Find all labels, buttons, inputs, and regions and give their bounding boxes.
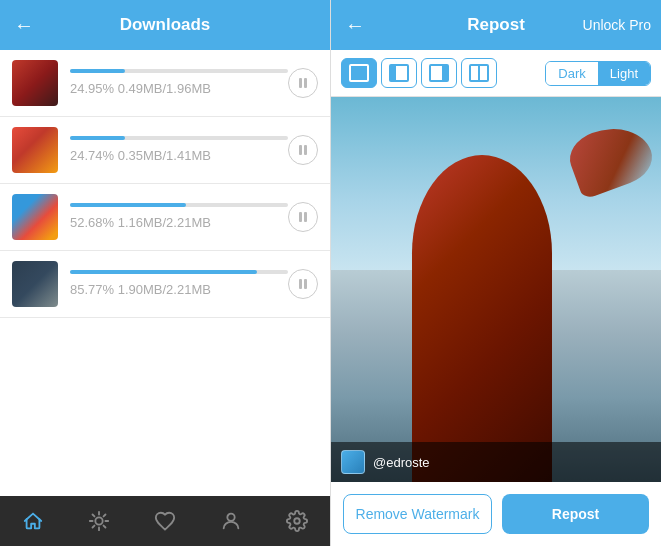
- thumbnail-2: [12, 127, 58, 173]
- frame-1-icon: [349, 63, 369, 83]
- download-info-2: 24.74% 0.35MB/1.41MB: [70, 136, 288, 164]
- nav-settings[interactable]: [277, 501, 317, 541]
- progress-bar-fill-3: [70, 203, 186, 207]
- pause-icon-4: [298, 278, 308, 290]
- nav-profile[interactable]: [211, 501, 251, 541]
- svg-point-18: [294, 518, 300, 524]
- svg-rect-3: [304, 145, 307, 155]
- left-title: Downloads: [120, 15, 211, 35]
- download-text-4: 85.77% 1.90MB/2.21MB: [70, 282, 211, 297]
- frame-4-icon: [469, 63, 489, 83]
- pause-button-4[interactable]: [288, 269, 318, 299]
- svg-rect-6: [299, 279, 302, 289]
- toolbar: Dark Light: [331, 50, 661, 97]
- bottom-nav: [0, 496, 330, 546]
- progress-bar-bg-1: [70, 69, 288, 73]
- right-header: ← Repost Unlock Pro: [331, 0, 661, 50]
- pause-icon-2: [298, 144, 308, 156]
- frame-option-4[interactable]: [461, 58, 497, 88]
- progress-bar-fill-4: [70, 270, 257, 274]
- svg-line-16: [104, 515, 106, 517]
- download-item: 24.95% 0.49MB/1.96MB: [0, 50, 330, 117]
- user-icon: [220, 510, 242, 532]
- unlock-pro-button[interactable]: Unlock Pro: [583, 17, 651, 33]
- svg-line-14: [104, 526, 106, 528]
- nav-favorites[interactable]: [145, 501, 185, 541]
- svg-rect-7: [304, 279, 307, 289]
- left-back-button[interactable]: ←: [14, 14, 34, 37]
- frame-2-icon: [389, 63, 409, 83]
- progress-bar-fill-1: [70, 69, 125, 73]
- image-scene: [331, 97, 661, 482]
- frame-option-2[interactable]: [381, 58, 417, 88]
- right-title: Repost: [467, 15, 525, 35]
- svg-rect-4: [299, 212, 302, 222]
- download-item: 24.74% 0.35MB/1.41MB: [0, 117, 330, 184]
- nav-brightness[interactable]: [79, 501, 119, 541]
- progress-bar-bg-4: [70, 270, 288, 274]
- frame-option-3[interactable]: [421, 58, 457, 88]
- pause-icon-1: [298, 77, 308, 89]
- download-text-3: 52.68% 1.16MB/2.21MB: [70, 215, 211, 230]
- download-item: 85.77% 1.90MB/2.21MB: [0, 251, 330, 318]
- download-info-4: 85.77% 1.90MB/2.21MB: [70, 270, 288, 298]
- download-text-1: 24.95% 0.49MB/1.96MB: [70, 81, 211, 96]
- theme-toggle: Dark Light: [545, 61, 651, 86]
- svg-point-8: [95, 517, 102, 524]
- right-back-button[interactable]: ←: [345, 14, 365, 37]
- frame-options: [341, 58, 497, 88]
- pause-button-1[interactable]: [288, 68, 318, 98]
- left-header: ← Downloads: [0, 0, 330, 50]
- left-panel: ← Downloads 24.95% 0.49MB/1.96MB: [0, 0, 330, 546]
- home-icon: [22, 510, 44, 532]
- thumbnail-1: [12, 60, 58, 106]
- nav-home[interactable]: [13, 501, 53, 541]
- svg-rect-23: [442, 65, 448, 81]
- download-list: 24.95% 0.49MB/1.96MB 24.74% 0.35MB/1.41M…: [0, 50, 330, 496]
- svg-line-15: [93, 526, 95, 528]
- brightness-icon: [88, 510, 110, 532]
- hair-body: [412, 155, 552, 482]
- download-text-2: 24.74% 0.35MB/1.41MB: [70, 148, 211, 163]
- svg-rect-5: [304, 212, 307, 222]
- svg-rect-19: [350, 65, 368, 81]
- download-info-1: 24.95% 0.49MB/1.96MB: [70, 69, 288, 97]
- right-panel: ← Repost Unlock Pro: [330, 0, 661, 546]
- svg-rect-21: [390, 65, 396, 81]
- pause-icon-3: [298, 211, 308, 223]
- action-buttons: Remove Watermark Repost: [331, 482, 661, 546]
- svg-rect-0: [299, 78, 302, 88]
- progress-bar-bg-3: [70, 203, 288, 207]
- pause-button-2[interactable]: [288, 135, 318, 165]
- download-item: 52.68% 1.16MB/2.21MB: [0, 184, 330, 251]
- svg-point-17: [227, 514, 234, 521]
- svg-rect-2: [299, 145, 302, 155]
- image-container: @edroste: [331, 97, 661, 482]
- watermark-username: @edroste: [373, 455, 430, 470]
- repost-button[interactable]: Repost: [502, 494, 649, 534]
- watermark-avatar: [341, 450, 365, 474]
- theme-dark-button[interactable]: Dark: [546, 62, 597, 85]
- theme-light-button[interactable]: Light: [598, 62, 650, 85]
- heart-icon: [154, 510, 176, 532]
- frame-3-icon: [429, 63, 449, 83]
- download-info-3: 52.68% 1.16MB/2.21MB: [70, 203, 288, 231]
- remove-watermark-button[interactable]: Remove Watermark: [343, 494, 492, 534]
- pause-button-3[interactable]: [288, 202, 318, 232]
- frame-option-1[interactable]: [341, 58, 377, 88]
- gear-icon: [286, 510, 308, 532]
- watermark-bar: @edroste: [331, 442, 661, 482]
- progress-bar-bg-2: [70, 136, 288, 140]
- progress-bar-fill-2: [70, 136, 125, 140]
- svg-line-13: [93, 515, 95, 517]
- svg-rect-1: [304, 78, 307, 88]
- thumbnail-4: [12, 261, 58, 307]
- thumbnail-3: [12, 194, 58, 240]
